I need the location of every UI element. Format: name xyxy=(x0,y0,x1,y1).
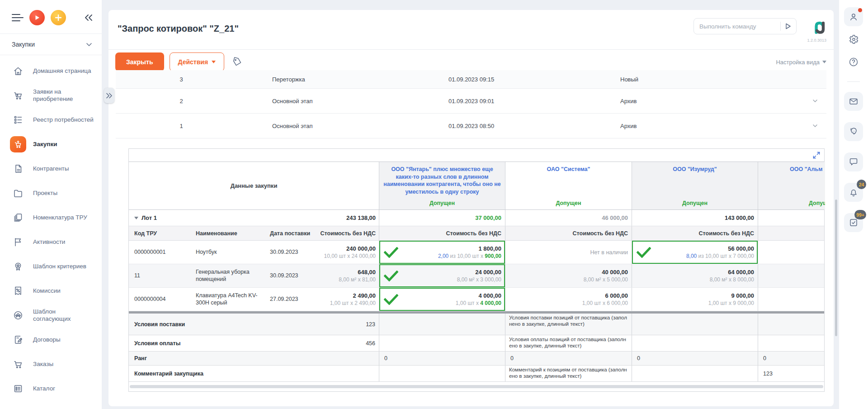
sidebar-item-activities[interactable]: Активности xyxy=(0,230,102,254)
table-header-row: Данные закупки ООО "Янтарь" плюс множест… xyxy=(129,162,824,210)
bid-cell[interactable]: Нет в наличии xyxy=(505,241,632,264)
bid-cell[interactable] xyxy=(758,288,825,311)
bid-cell[interactable]: 6 000,00 1,00 шт x 6 000,00 xyxy=(505,288,632,311)
stages-list: 3 Переторжка 01.09.2023 09:15 Новый 2 Ос… xyxy=(116,70,826,138)
view-settings-button[interactable]: Настройка вида xyxy=(776,59,826,66)
supplier-lot-total: 46 000,00 xyxy=(505,210,632,226)
notifications-button[interactable]: 24 xyxy=(844,183,863,202)
check-icon xyxy=(384,294,398,305)
sidebar-item-commissions[interactable]: Комиссии xyxy=(0,279,102,303)
chats-button[interactable] xyxy=(844,122,863,141)
sidebar-menu: Домашняя страница Заявки на приобретение… xyxy=(0,55,102,401)
percent-ribbon-icon xyxy=(10,285,26,296)
bid-cell[interactable]: 9 000,00 1,00 шт x 9 000,00 xyxy=(632,288,758,311)
close-button[interactable]: Закрыть xyxy=(115,52,164,71)
buyer-comment-row: Комментарий закупщика Комментарий к пози… xyxy=(129,366,824,382)
gear-icon xyxy=(848,34,859,45)
rank-row: Ранг 0 0 0 0 xyxy=(129,352,824,366)
command-input[interactable] xyxy=(699,23,778,30)
bid-cell-selected[interactable]: 24 000,00 8,00 м² x 3 000,00 xyxy=(379,264,505,287)
sidebar-item-needs-register[interactable]: Реестр потребностей xyxy=(0,108,102,132)
supplier-condition xyxy=(758,314,825,335)
supplier-name-link[interactable]: ООО "Альм xyxy=(762,166,821,173)
module-select[interactable]: Закупки xyxy=(0,34,102,55)
sidebar-item-catalog[interactable]: Каталог xyxy=(0,376,102,401)
left-sidebar: Закупки Домашняя страница Заявки на прио… xyxy=(0,0,102,409)
run-process-button[interactable] xyxy=(29,10,45,25)
play-outline-icon xyxy=(784,23,792,30)
supplier-condition xyxy=(379,335,505,351)
item-name: Клавиатура A4Tech KV-300H серый xyxy=(190,288,264,311)
comment-bubble-icon xyxy=(848,157,859,167)
sidebar-top-bar xyxy=(0,0,102,34)
question-icon xyxy=(848,57,859,67)
item-code: 11 xyxy=(129,264,190,287)
chat-bubbles-icon xyxy=(848,126,859,137)
triangle-down-icon xyxy=(134,217,138,219)
actions-button[interactable]: Действия xyxy=(170,52,225,71)
bid-cell[interactable] xyxy=(758,241,825,264)
tag-button[interactable] xyxy=(231,57,242,67)
settings-button[interactable] xyxy=(844,30,863,49)
catalog-card-icon xyxy=(10,383,26,394)
lot-toggle[interactable]: Лот 1 xyxy=(129,210,319,226)
bids-comparison-table: Данные закупки ООО "Янтарь" плюс множест… xyxy=(128,148,825,392)
hamburger-menu-icon[interactable] xyxy=(12,14,24,22)
item-price-detail: 10,00 шт x 24 000,00 xyxy=(324,253,376,259)
bid-cell-selected[interactable]: 4 000,00 1,00 шт x 4 000,00 xyxy=(379,288,505,311)
user-profile-button[interactable] xyxy=(844,7,863,26)
sidebar-item-orders[interactable]: Заказы xyxy=(0,352,102,376)
left-header-cell: Данные закупки xyxy=(129,162,379,209)
sidebar-item-approvers-template[interactable]: Шаблон согласующих xyxy=(0,303,102,328)
mail-button[interactable] xyxy=(844,92,863,111)
tasks-button[interactable]: 99+ xyxy=(844,213,863,232)
caret-down-icon xyxy=(822,61,826,63)
bid-cell-selected[interactable]: 56 000,00 8,00 из 10,00 шт x 7 000,00 xyxy=(632,241,758,264)
row-value: 123 xyxy=(366,321,375,328)
fullscreen-expand-icon[interactable] xyxy=(813,152,820,159)
bid-cell[interactable]: 64 000,00 8,00 м² x 8 000,00 xyxy=(632,264,758,287)
sidebar-item-counterparties[interactable]: Контрагенты xyxy=(0,157,102,181)
create-new-button[interactable] xyxy=(51,10,66,25)
main-content: "Запрос котировок" "Z_21" 1.2.0.3013 Зак… xyxy=(108,10,834,406)
supplier-name-link[interactable]: ООО "Изумруд" xyxy=(636,166,754,173)
supplier-name-link[interactable]: ОАО "Система" xyxy=(509,166,628,173)
table-subheader-row: Код ТРУ Наименование Дата поставки Стоим… xyxy=(129,226,824,241)
sidebar-item-projects[interactable]: Проекты xyxy=(0,181,102,205)
supplier-name-link[interactable]: ООО "Янтарь" плюс множество еще каких-то… xyxy=(383,166,501,195)
stage-row[interactable]: 3 Переторжка 01.09.2023 09:15 Новый xyxy=(116,70,826,89)
sidebar-item-purchase-requests[interactable]: Заявки на приобретение xyxy=(0,83,102,108)
comments-button[interactable] xyxy=(844,152,863,171)
horizontal-scrollbar[interactable] xyxy=(130,385,823,388)
table-top-strip xyxy=(129,149,824,162)
bell-icon xyxy=(848,187,859,198)
home-icon xyxy=(10,66,26,76)
lot-row: Лот 1 243 138,00 37 000,00 46 000,00 143… xyxy=(129,210,824,226)
collapse-sidebar-icon[interactable] xyxy=(85,14,93,21)
sidebar-item-procurement[interactable]: Закупки xyxy=(0,132,102,157)
stage-row[interactable]: 1 Основной этап 01.09.2023 08:50 Архив xyxy=(116,114,826,138)
expand-panel-button[interactable] xyxy=(104,88,114,103)
supplier-condition xyxy=(632,314,758,335)
chevron-down-icon[interactable] xyxy=(804,100,826,102)
item-name: Ноутбук xyxy=(190,241,264,264)
award-icon xyxy=(10,261,26,272)
check-icon xyxy=(384,247,398,258)
needs-register-icon xyxy=(10,114,26,125)
sidebar-item-home[interactable]: Домашняя страница xyxy=(0,59,102,83)
bid-cell[interactable] xyxy=(758,264,825,287)
bid-cell-selected[interactable]: 1 800,00 2,00 из 10,00 шт x 900,00 xyxy=(379,241,505,264)
bid-cell[interactable]: 40 000,00 8,00 м² x 5 000,00 xyxy=(505,264,632,287)
chevron-down-icon[interactable] xyxy=(804,124,826,127)
stage-row[interactable]: 2 Основной этап 01.09.2023 09:01 Архив xyxy=(116,89,826,114)
sidebar-item-criteria-template[interactable]: Шаблон критериев xyxy=(0,254,102,279)
vertical-scrollbar[interactable] xyxy=(835,200,837,336)
sidebar-item-contracts[interactable]: Договоры xyxy=(0,328,102,352)
sidebar-item-nomenclature[interactable]: Номенклатура ТРУ xyxy=(0,205,102,230)
right-rail: 24 99+ xyxy=(839,0,868,409)
run-command-button[interactable] xyxy=(783,21,793,32)
procurement-cart-icon xyxy=(10,136,26,152)
mail-icon xyxy=(848,96,859,107)
column-header: Стоимость без НДС xyxy=(632,226,758,240)
help-button[interactable] xyxy=(844,52,863,71)
